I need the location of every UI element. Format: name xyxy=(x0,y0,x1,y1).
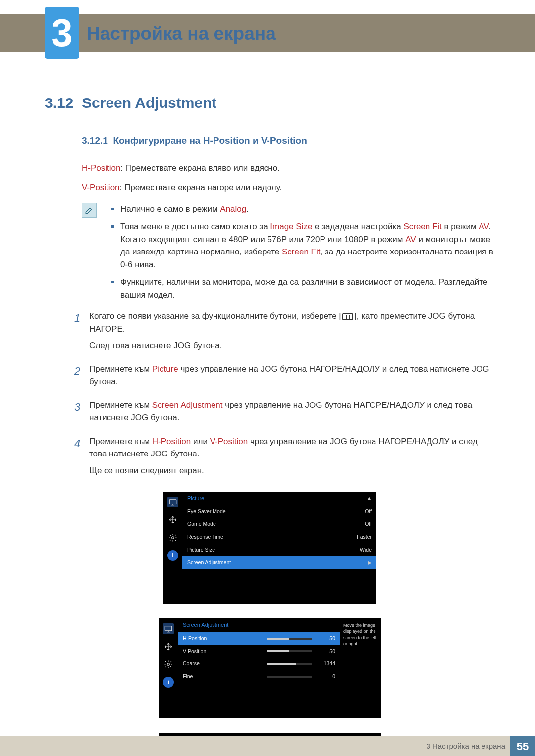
step-number: 4 xyxy=(74,435,89,481)
step-2: 2 Преминете към Picture чрез управление … xyxy=(74,363,495,392)
note-block: Налично е само в режим Analog. Това меню… xyxy=(82,203,495,302)
osd-row: H-Position50 xyxy=(178,632,340,645)
note-item-1: Налично е само в режим Analog. xyxy=(111,203,495,216)
page-number-badge: 55 xyxy=(510,736,535,756)
osd-row: Game ModeOff xyxy=(182,518,376,531)
osd-slider-bar xyxy=(267,676,312,678)
move-arrows-icon xyxy=(163,641,174,652)
note-item-2: Това меню е достъпно само когато за Imag… xyxy=(111,220,495,271)
chapter-number-badge: 3 xyxy=(45,7,79,59)
osd-row-value: Faster xyxy=(352,533,372,541)
note-icon xyxy=(82,203,97,218)
osd-row-selected: Screen Adjustment ▶ xyxy=(182,556,376,569)
svg-rect-0 xyxy=(169,500,176,504)
osd-row-value: Off xyxy=(352,520,372,528)
osd-row-label: Response Time xyxy=(187,533,352,541)
osd-title: Picture ▲ xyxy=(182,492,376,505)
osd-row-label: Eye Saver Mode xyxy=(187,508,352,516)
osd-row-value: 50 xyxy=(316,635,335,643)
arrow-up-icon: ▲ xyxy=(367,494,372,502)
section-number: 3.12 xyxy=(45,95,73,111)
move-arrows-icon xyxy=(167,514,178,525)
osd-row-value: 1344 xyxy=(316,660,335,668)
osd-slider-bar xyxy=(267,663,312,665)
chevron-right-icon: ▶ xyxy=(365,559,372,566)
osd-row: Eye Saver ModeOff xyxy=(182,505,376,518)
osd-row-label: Game Mode xyxy=(187,520,352,528)
subsection-number: 3.12.1 xyxy=(82,135,108,146)
osd-row-value: Off xyxy=(352,508,372,516)
osd-sidebar: i xyxy=(159,618,178,718)
content-area: 3.12 Screen Adjustment 3.12.1 Конфигурир… xyxy=(45,92,495,756)
hposition-text: : Премествате екрана вляво или вдясно. xyxy=(120,163,280,173)
osd-row-label: Screen Adjustment xyxy=(187,559,365,567)
osd-row-label: H-Position xyxy=(183,635,263,643)
osd-row-value: 0 xyxy=(316,673,335,681)
note-item-3: Функциите, налични за монитора, може да … xyxy=(111,276,495,301)
steps-list: 1 Когато се появи указание за функционал… xyxy=(74,310,495,481)
step-number: 1 xyxy=(74,310,89,356)
step-4: 4 Преминете към H-Position или V-Positio… xyxy=(74,435,495,481)
hposition-description: H-Position: Премествате екрана вляво или… xyxy=(82,162,495,175)
svg-rect-2 xyxy=(165,626,172,631)
hposition-label: H-Position xyxy=(82,163,120,173)
info-icon: i xyxy=(167,550,178,561)
step-1: 1 Когато се появи указание за функционал… xyxy=(74,310,495,356)
subsection-title: Конфигуриране на H-Position и V-Position xyxy=(113,135,307,146)
section-heading: 3.12 Screen Adjustment xyxy=(45,92,495,114)
gear-icon xyxy=(167,532,178,543)
osd-picture-menu: i Picture ▲ Eye Saver ModeOffGame ModeOf… xyxy=(163,492,376,604)
osd-row: V-Position50 xyxy=(178,645,340,658)
svg-point-1 xyxy=(172,537,174,539)
osd-hposition-menu: iScreen AdjustmentH-Position50V-Position… xyxy=(159,618,381,718)
vposition-text: : Премествате екрана нагоре или надолу. xyxy=(120,183,282,192)
page-footer: 3 Настройка на екрана 55 xyxy=(0,736,535,756)
osd-row-value: 50 xyxy=(316,648,335,655)
osd-row: Picture SizeWide xyxy=(182,544,376,556)
osd-title: Screen Adjustment xyxy=(178,618,340,632)
vposition-description: V-Position: Премествате екрана нагоре ил… xyxy=(82,181,495,194)
info-icon: i xyxy=(163,677,174,688)
osd-row-label: Fine xyxy=(183,673,263,681)
osd-sidebar: i xyxy=(163,492,182,604)
step-number: 3 xyxy=(74,399,89,428)
osd-row: Response TimeFaster xyxy=(182,531,376,544)
osd-row-label: Coarse xyxy=(183,660,263,668)
svg-point-3 xyxy=(167,663,170,666)
osd-row: Coarse1344 xyxy=(178,657,340,670)
menu-icon xyxy=(342,313,353,320)
osd-slider-bar xyxy=(267,650,312,652)
osd-row-label: V-Position xyxy=(183,648,263,655)
subsection-heading: 3.12.1 Конфигуриране на H-Position и V-P… xyxy=(82,134,495,148)
osd-row-label: Picture Size xyxy=(187,546,352,554)
step-number: 2 xyxy=(74,363,89,392)
osd-row-value: Wide xyxy=(352,546,372,554)
footer-text: 3 Настройка на екрана xyxy=(426,741,505,752)
section-title: Screen Adjustment xyxy=(82,95,216,111)
monitor-icon xyxy=(167,497,178,507)
osd-row: Fine0 xyxy=(178,670,340,683)
monitor-icon xyxy=(163,623,174,634)
vposition-label: V-Position xyxy=(82,183,120,192)
osd-slider-bar xyxy=(267,638,312,640)
step-3: 3 Преминете към Screen Adjustment чрез у… xyxy=(74,399,495,428)
osd-tooltip: Move the image displayed on the screen t… xyxy=(340,618,381,718)
chapter-title: Настройка на екрана xyxy=(87,20,276,48)
gear-icon xyxy=(163,659,174,670)
